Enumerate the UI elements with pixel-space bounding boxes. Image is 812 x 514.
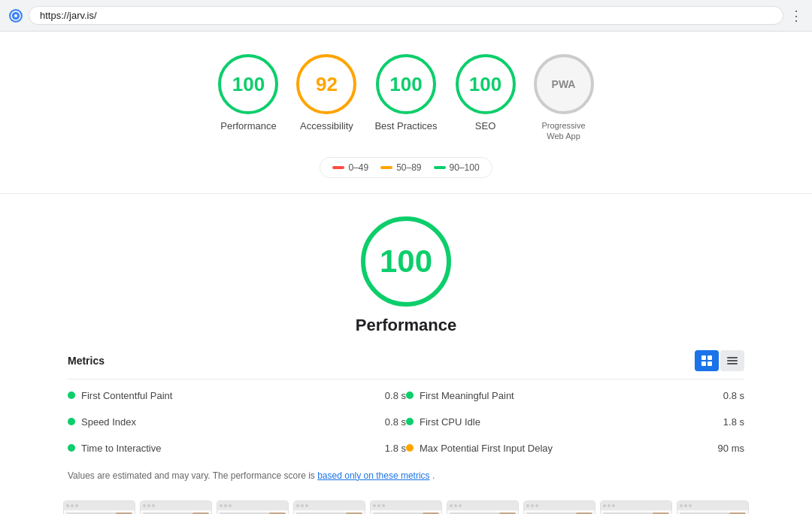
metric-value-fci: 1.8 s — [707, 416, 744, 428]
menu-button[interactable]: ⋮ — [789, 8, 803, 24]
metrics-header: Metrics — [68, 350, 744, 379]
legend-pass: 90–100 — [434, 162, 480, 173]
toggle-list-button[interactable] — [720, 350, 744, 371]
svg-rect-3 — [707, 355, 712, 360]
metrics-note-link[interactable]: based only on these metrics — [317, 470, 429, 481]
metrics-title: Metrics — [68, 355, 105, 367]
performance-detail-section: 100 Performance Metrics — [0, 194, 812, 514]
metric-dot-fcp — [68, 392, 75, 399]
thumbnail-4 — [293, 500, 365, 514]
thumbnail-6 — [447, 500, 519, 514]
url-bar[interactable]: https://jarv.is/ — [29, 6, 783, 25]
score-item-pwa: PWA ProgressiveWeb App — [534, 54, 594, 142]
browser-bar: https://jarv.is/ ⋮ — [0, 0, 812, 32]
metric-value-si: 0.8 s — [368, 416, 406, 428]
metric-row-fcp: First Contentful Paint 0.8 s — [68, 382, 406, 409]
big-score-circle: 100 — [361, 216, 451, 307]
score-circle-best-practices: 100 — [376, 54, 436, 114]
metric-dot-tti — [68, 444, 75, 452]
metric-name-mpfid: Max Potential First Input Delay — [420, 443, 701, 454]
legend-dot-fail — [332, 166, 344, 169]
metrics-col-left: First Contentful Paint 0.8 s Speed Index… — [68, 382, 406, 461]
score-circle-seo: 100 — [456, 54, 516, 114]
legend-fail: 0–49 — [332, 162, 368, 173]
metric-row-mpfid: Max Potential First Input Delay 90 ms — [406, 435, 744, 461]
browser-icon — [9, 9, 23, 23]
thumbnail-2 — [140, 500, 212, 514]
svg-rect-4 — [701, 361, 706, 366]
score-label-accessibility: Accessibility — [300, 120, 353, 132]
performance-detail-title: Performance — [356, 316, 457, 335]
metric-dot-mpfid — [406, 444, 414, 452]
scores-section: 100 Performance 92 Accessibility 100 Bes… — [0, 32, 812, 194]
legend-range-fail: 0–49 — [348, 162, 368, 173]
view-toggle — [695, 350, 744, 371]
svg-rect-7 — [727, 360, 738, 361]
metric-row-si: Speed Index 0.8 s — [68, 409, 406, 435]
svg-rect-5 — [707, 361, 712, 366]
score-label-seo: SEO — [475, 120, 495, 132]
legend-range-average: 50–89 — [396, 162, 421, 173]
metric-value-tti: 1.8 s — [368, 443, 406, 454]
score-item-seo: 100 SEO — [456, 54, 516, 132]
score-item-performance: 100 Performance — [218, 54, 278, 132]
metric-name-si: Speed Index — [81, 416, 362, 428]
legend-average: 50–89 — [380, 162, 421, 173]
thumbnail-5 — [370, 500, 442, 514]
thumbnail-9 — [677, 500, 749, 514]
thumbnail-7 — [523, 500, 595, 514]
metric-row-fmp: First Meaningful Paint 0.8 s — [406, 382, 744, 409]
score-label-best-practices: Best Practices — [374, 120, 437, 132]
metric-dot-si — [68, 418, 75, 425]
svg-point-1 — [14, 14, 17, 17]
score-item-best-practices: 100 Best Practices — [374, 54, 437, 132]
metric-row-fci: First CPU Idle 1.8 s — [406, 409, 744, 435]
svg-rect-2 — [701, 355, 706, 360]
metric-name-tti: Time to Interactive — [81, 443, 362, 454]
metric-name-fmp: First Meaningful Paint — [420, 390, 701, 401]
thumbnails-section — [48, 493, 764, 514]
score-circle-pwa: PWA — [534, 54, 594, 114]
legend: 0–49 50–89 90–100 — [320, 157, 492, 178]
metric-dot-fmp — [406, 392, 414, 399]
metric-name-fci: First CPU Idle — [420, 416, 701, 428]
score-circle-accessibility: 92 — [296, 54, 356, 114]
score-label-pwa: ProgressiveWeb App — [542, 120, 586, 142]
score-item-accessibility: 92 Accessibility — [296, 54, 356, 132]
score-label-performance: Performance — [220, 120, 276, 132]
metric-dot-fci — [406, 418, 414, 425]
metric-row-tti: Time to Interactive 1.8 s — [68, 435, 406, 461]
metrics-col-right: First Meaningful Paint 0.8 s First CPU I… — [406, 382, 744, 461]
svg-rect-8 — [727, 363, 738, 364]
metrics-section: Metrics — [68, 350, 744, 493]
metric-value-fmp: 0.8 s — [707, 390, 744, 401]
metric-name-fcp: First Contentful Paint — [81, 390, 362, 401]
svg-rect-6 — [727, 357, 738, 358]
legend-dot-average — [380, 166, 392, 169]
legend-dot-pass — [434, 166, 446, 169]
toggle-grid-button[interactable] — [695, 350, 719, 371]
legend-range-pass: 90–100 — [450, 162, 480, 173]
metric-value-fcp: 0.8 s — [368, 390, 406, 401]
main-content: 100 Performance 92 Accessibility 100 Bes… — [0, 32, 812, 514]
thumbnail-1 — [63, 500, 135, 514]
metrics-grid: First Contentful Paint 0.8 s Speed Index… — [68, 382, 744, 461]
scores-row: 100 Performance 92 Accessibility 100 Bes… — [218, 54, 593, 142]
metric-value-mpfid: 90 ms — [707, 443, 744, 454]
thumbnail-8 — [600, 500, 672, 514]
score-circle-performance: 100 — [218, 54, 278, 114]
thumbnail-3 — [217, 500, 289, 514]
metrics-note: Values are estimated and may vary. The p… — [68, 470, 744, 493]
